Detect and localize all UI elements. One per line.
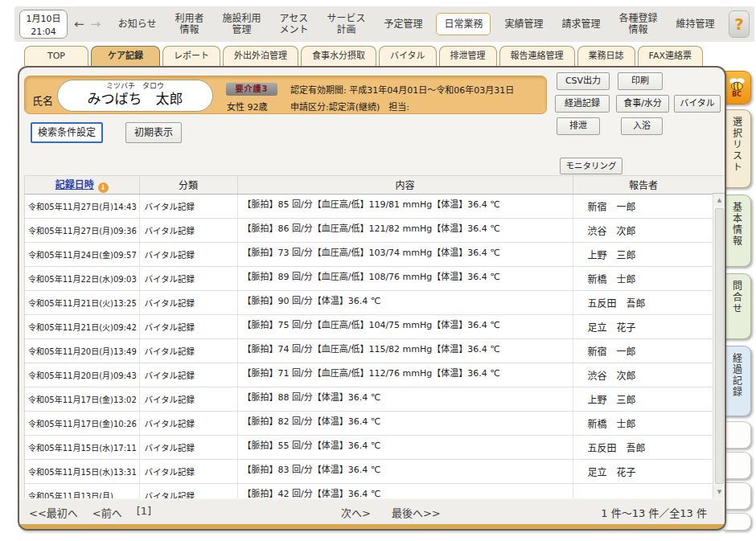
tab-shokuji-suibun[interactable]: 食事水分摂取 <box>301 46 376 66</box>
table-row[interactable]: 令和05年11月27日(月)09:36 バイタル記録 【脈拍】86 回/分【血圧… <box>25 218 714 242</box>
record-category: バイタル記録 <box>139 290 237 314</box>
page-current[interactable]: [1] <box>137 505 151 520</box>
patient-info-bar: 氏名 ミツバチ タロウ みつばち 太郎 要介護3 女性 92歳 認定有効期間: … <box>24 76 547 114</box>
sidebar-tab-label: 基本情報 <box>730 202 744 247</box>
menu-item-iji-kanri[interactable]: 維持管理 <box>671 15 719 33</box>
record-datetime: 令和05年11月17日(金)13:02 <box>25 387 139 411</box>
tab-top[interactable]: TOP <box>24 46 88 66</box>
record-reporter: 新宿 一郎 <box>573 338 714 363</box>
record-datetime: 令和05年11月24日(金)09:57 <box>25 242 139 266</box>
menu-item-kakushu-touroku[interactable]: 各種登録 情報 <box>614 10 662 39</box>
scrollbar-corner <box>713 176 725 194</box>
page-last-link[interactable]: 最後へ>> <box>392 505 441 520</box>
progress-record-button[interactable]: 経過記録 <box>555 95 610 113</box>
record-reporter: 五反田 吾郎 <box>573 435 714 459</box>
search-condition-button[interactable]: 検索条件設定 <box>31 122 103 143</box>
record-datetime: 令和05年11月27日(月)09:36 <box>25 218 139 242</box>
scroll-up-icon[interactable]: ▲ <box>713 194 725 207</box>
page-prev-link[interactable]: <前へ <box>92 505 122 520</box>
tab-gaishutsu-gaihaku[interactable]: 外出外泊管理 <box>223 46 298 66</box>
menu-item-seikyuu-kanri[interactable]: 請求管理 <box>557 15 605 33</box>
record-category: バイタル記録 <box>139 338 237 363</box>
monitoring-button[interactable]: モニタリング <box>560 158 622 174</box>
initial-view-button[interactable]: 初期表示 <box>125 122 182 143</box>
forward-arrow-icon[interactable]: → <box>91 17 101 31</box>
record-reporter: 足立 花子 <box>573 459 714 483</box>
patient-name-label: 氏名 <box>32 92 53 108</box>
table-row[interactable]: 令和05年11月20日(月)09:43 バイタル記録 【脈拍】71 回/分【血圧… <box>25 363 714 387</box>
table-row[interactable]: 令和05年11月21日(火)09:42 バイタル記録 【脈拍】75 回/分【血圧… <box>25 314 714 338</box>
table-row[interactable]: 令和05年11月27日(月)14:43 バイタル記録 【脈拍】85 回/分【血圧… <box>25 194 714 218</box>
record-reporter: 足立 花子 <box>573 314 714 338</box>
record-datetime: 令和05年11月27日(月)14:43 <box>25 194 139 218</box>
vital-button[interactable]: バイタル <box>674 95 721 113</box>
record-reporter <box>573 483 714 498</box>
vertical-scrollbar[interactable]: ▲ ▼ <box>713 194 725 498</box>
sidebar-tab-label: 経過記録 <box>730 353 744 398</box>
menu-item-oshirase[interactable]: お知らせ <box>113 15 162 33</box>
table-row[interactable]: 令和05年11月15日(水)13:31 バイタル記録 【脈拍】83 回/分【体温… <box>25 459 714 483</box>
sidebar-tab-kihon-jouhou[interactable]: 基本情報 <box>723 195 751 267</box>
tab-care-kiroku[interactable]: ケア記録 <box>91 46 160 66</box>
tab-fax-renraku[interactable]: FAX連絡票 <box>638 46 703 66</box>
record-reporter: 上野 三郎 <box>573 242 714 266</box>
table-row[interactable]: 令和05年11月17日(金)10:26 バイタル記録 【脈拍】82 回/分【体温… <box>25 411 714 435</box>
sort-link-datetime[interactable]: 記録日時 <box>55 179 94 191</box>
table-row[interactable]: 令和05年11月15日(水)17:11 バイタル記録 【脈拍】55 回/分【体温… <box>25 435 714 459</box>
scrollbar-thumb[interactable] <box>715 208 724 484</box>
sidebar-tab-empty[interactable] <box>723 482 751 510</box>
record-content: 【脈拍】85 回/分【血圧高/低】119/81 mmHg【体温】36.4 ℃ <box>237 194 573 218</box>
sidebar-tab-empty[interactable] <box>723 421 751 449</box>
table-row[interactable]: 令和05年11月21日(火)13:25 バイタル記録 【脈拍】90 回/分【体温… <box>25 290 714 314</box>
excretion-button[interactable]: 排泄 <box>557 117 600 135</box>
menu-item-jisseki-kanri[interactable]: 実績管理 <box>499 15 548 33</box>
bath-button[interactable]: 入浴 <box>621 117 663 135</box>
sidebar-tab-keika-kiroku[interactable]: 経過記録 <box>723 346 751 416</box>
menu-item-service-keikaku[interactable]: サービス 計画 <box>322 10 370 39</box>
help-button[interactable]: ? <box>729 10 750 38</box>
main-menu: お知らせ 利用者 情報 施設利用 管理 アセス メント サービス 計画 予定管理… <box>109 10 724 39</box>
tab-haisetsu-kanri[interactable]: 排泄管理 <box>439 46 497 66</box>
table-header-row: 記録日時↓ 分類 内容 報告者 <box>25 176 714 194</box>
tab-vital[interactable]: バイタル <box>379 46 437 66</box>
tab-houkoku-renraku[interactable]: 報告連絡管理 <box>499 46 575 66</box>
scroll-down-icon[interactable]: ▼ <box>713 486 725 498</box>
table-row[interactable]: 令和05年11月13日(月) バイタル記録 【脈拍】42 回/分【体温】36.4… <box>25 483 714 498</box>
record-reporter: 五反田 吾郎 <box>573 290 714 314</box>
sidebar-tab-label: 問合せ <box>730 281 744 314</box>
record-content: 【脈拍】74 回/分【血圧高/低】115/82 mmHg【体温】36.4 ℃ <box>237 338 573 363</box>
meal-water-button[interactable]: 食事/水分 <box>616 95 669 113</box>
table-row[interactable]: 令和05年11月22日(水)09:03 バイタル記録 【脈拍】89 回/分【血圧… <box>25 266 714 290</box>
brand-logo-tab: BC <box>723 71 751 105</box>
print-button[interactable]: 印刷 <box>618 72 663 90</box>
page-next-link[interactable]: 次へ> <box>341 505 371 520</box>
record-datetime: 令和05年11月21日(火)13:25 <box>25 290 139 314</box>
record-datetime: 令和05年11月21日(火)09:42 <box>25 314 139 338</box>
column-header-reporter: 報告者 <box>573 176 714 194</box>
sidebar-tab-sentaku-list[interactable]: 選択リスト <box>723 109 751 188</box>
tab-report[interactable]: レポート <box>162 46 220 66</box>
table-row[interactable]: 令和05年11月17日(金)13:02 バイタル記録 【脈拍】88 回/分【体温… <box>25 387 714 411</box>
sidebar-tab-empty[interactable] <box>723 452 751 479</box>
menu-item-shisetsu-riyou-kanri[interactable]: 施設利用 管理 <box>217 10 265 39</box>
table-row[interactable]: 令和05年11月24日(金)09:57 バイタル記録 【脈拍】73 回/分【血圧… <box>25 242 714 266</box>
sidebar-tab-toiawase[interactable]: 問合せ <box>723 273 751 339</box>
menu-item-nichijou-gyoumu[interactable]: 日常業務 <box>436 13 491 35</box>
back-arrow-icon[interactable]: ← <box>74 17 84 31</box>
menu-item-assessment[interactable]: アセス メント <box>274 10 313 39</box>
record-content: 【脈拍】55 回/分【体温】36.4 ℃ <box>237 435 573 459</box>
page-first-link[interactable]: <<最初へ <box>29 505 78 520</box>
sort-desc-icon[interactable]: ↓ <box>98 182 109 193</box>
menu-item-yotei-kanri[interactable]: 予定管理 <box>379 15 427 33</box>
table-row[interactable]: 令和05年11月20日(月)13:49 バイタル記録 【脈拍】74 回/分【血圧… <box>25 338 714 363</box>
menu-item-riyousha-jouhou[interactable]: 利用者 情報 <box>170 10 208 39</box>
sidebar-tab-empty[interactable] <box>723 513 751 531</box>
record-content: 【脈拍】83 回/分【体温】36.4 ℃ <box>237 459 573 483</box>
record-category: バイタル記録 <box>139 363 237 387</box>
record-category: バイタル記録 <box>139 411 237 435</box>
datetime-display: 1月10日 21:04 <box>19 10 68 39</box>
record-datetime: 令和05年11月20日(月)13:49 <box>25 338 139 363</box>
csv-export-button[interactable]: CSV出力 <box>557 72 610 90</box>
care-record-panel: 氏名 ミツバチ タロウ みつばち 太郎 要介護3 女性 92歳 認定有効期間: … <box>18 66 726 531</box>
tab-gyoumu-nisshi[interactable]: 業務日誌 <box>577 46 635 66</box>
